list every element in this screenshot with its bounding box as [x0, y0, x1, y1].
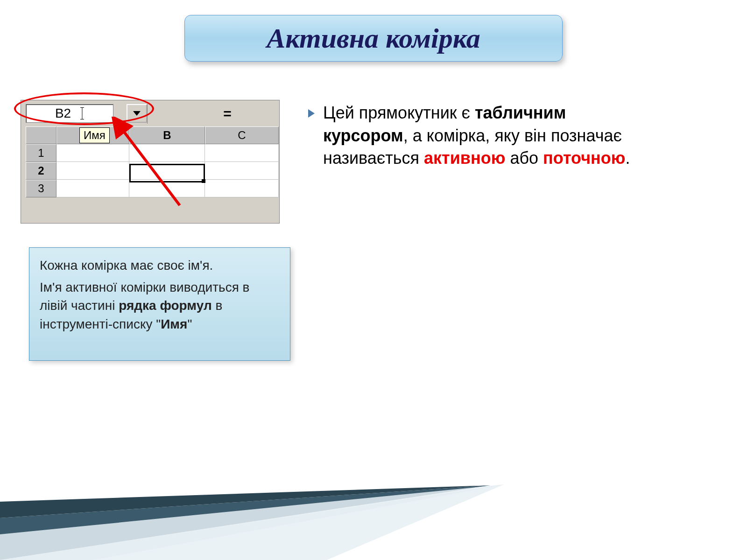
description-bullet: Цей прямокутник є табличним курсором, а … — [308, 102, 654, 170]
column-header-c[interactable]: C — [205, 126, 279, 144]
callout-line-1: Кожна комірка має своє ім'я. — [40, 256, 280, 274]
cell-b1[interactable] — [129, 144, 205, 162]
cell-b3[interactable] — [129, 180, 205, 197]
slide-title: Активна комірка — [267, 22, 480, 55]
row-header-2[interactable]: 2 — [26, 162, 56, 180]
sheet-row-1: 1 — [26, 144, 279, 162]
description-text: Цей прямокутник є табличним курсором, а … — [323, 102, 654, 170]
equals-sign: = — [223, 106, 232, 122]
text-cursor-icon — [80, 106, 84, 120]
svg-marker-5 — [0, 485, 490, 518]
chevron-down-icon — [133, 111, 141, 116]
callout-line-2: Ім'я активної комірки виводиться в лівій… — [40, 278, 280, 333]
name-tooltip: Имя — [79, 127, 110, 143]
sheet-row-2: 2 — [26, 162, 279, 180]
select-all-corner[interactable] — [26, 126, 56, 144]
callout-box: Кожна комірка має своє ім'я. Ім'я активн… — [29, 247, 290, 361]
formula-bar-row: B2 = — [26, 104, 279, 124]
cell-a3[interactable] — [56, 180, 129, 197]
cell-c3[interactable] — [205, 180, 279, 197]
column-headers: A B C — [26, 126, 279, 144]
name-box-dropdown[interactable] — [127, 104, 147, 123]
formula-equals: = — [147, 104, 279, 124]
column-header-b[interactable]: B — [129, 126, 205, 144]
sheet-row-3: 3 — [26, 180, 279, 197]
slide-title-banner: Активна комірка — [184, 15, 563, 62]
cell-c2[interactable] — [205, 162, 279, 180]
cell-b2[interactable] — [129, 162, 205, 180]
svg-marker-4 — [0, 484, 504, 560]
row-header-1[interactable]: 1 — [26, 144, 56, 162]
excel-screenshot: B2 = Имя A B C 1 2 — [21, 100, 280, 224]
excel-inner: B2 = Имя A B C 1 2 — [26, 104, 279, 223]
slide-decoration — [0, 457, 747, 560]
svg-marker-2 — [0, 485, 490, 560]
name-box[interactable]: B2 — [26, 104, 113, 123]
cell-c1[interactable] — [205, 144, 279, 162]
cell-a1[interactable] — [56, 144, 129, 162]
name-box-value: B2 — [55, 106, 80, 121]
bullet-icon — [308, 109, 315, 118]
svg-marker-6 — [0, 484, 504, 560]
row-header-3[interactable]: 3 — [26, 180, 56, 197]
cell-a2[interactable] — [56, 162, 129, 180]
